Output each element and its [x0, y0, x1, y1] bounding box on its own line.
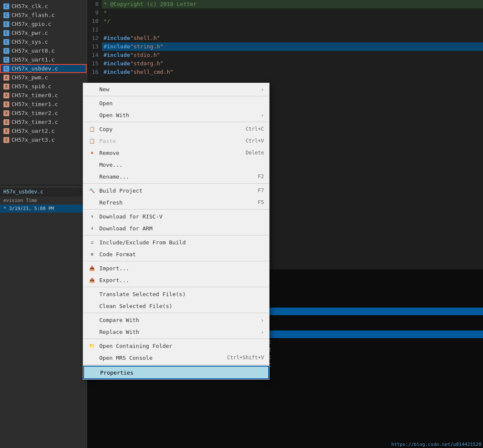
file-label: CH57x_flash.c	[11, 12, 55, 18]
code-line: 8 * @Copyright (c) 2018 Letter	[87, 0, 483, 8]
console-url[interactable]: https://blog.csdn.net/u014421520	[391, 442, 481, 447]
file-item[interactable]: XCH57x_uart2.c	[0, 126, 87, 135]
file-item[interactable]: XCH57x_timer2.c	[0, 109, 87, 118]
file-label: CH57x_timer0.c	[11, 92, 58, 98]
file-label: CH57x_timer1.c	[11, 101, 58, 107]
file-item[interactable]: XCH57x_pwm.c	[0, 73, 87, 82]
menu-item-label: Build Project	[99, 188, 250, 194]
context-menu: New›OpenOpen With›📋CopyCtrl+C📋PasteCtrl+…	[83, 83, 270, 380]
history-entry[interactable]: * 3/19/21, 5:08 PM	[0, 204, 87, 213]
line-number: 8	[87, 0, 102, 8]
file-icon: C	[3, 48, 9, 54]
menu-item-label: Compare With	[99, 317, 257, 323]
history-revision-label: evision Time	[0, 196, 87, 204]
file-item[interactable]: CCH57x_uart0.c	[0, 46, 87, 55]
menu-item-shortcut: F7	[258, 188, 264, 193]
file-item[interactable]: CCH57x_sys.c	[0, 37, 87, 46]
file-item[interactable]: XCH57x_timer0.c	[0, 91, 87, 100]
menu-item-import[interactable]: 📥Import...	[83, 262, 269, 274]
menu-item-icon	[88, 316, 96, 324]
file-item[interactable]: CCH57x_pwr.c	[0, 28, 87, 37]
line-content: *	[102, 8, 483, 17]
line-number: 9	[87, 8, 102, 17]
menu-separator	[83, 235, 269, 235]
menu-item-icon: ⬇	[88, 213, 96, 220]
line-content: #include"stdio.h"	[102, 51, 483, 59]
line-number: 16	[87, 68, 102, 76]
menu-item-label: Download for ARM	[99, 225, 264, 232]
menu-item-build[interactable]: 🔨Build ProjectF7	[83, 185, 269, 196]
menu-item-download-riscv[interactable]: ⬇Download for RISC-V	[83, 210, 269, 222]
menu-item-replace-with[interactable]: Replace With›	[83, 326, 269, 338]
code-line: 15#include"stdarg.h"	[87, 59, 483, 68]
file-label: CH57x_spi0.c	[11, 83, 51, 90]
menu-item-compare-with[interactable]: Compare With›	[83, 314, 269, 326]
menu-item-label: Clean Selected File(s)	[99, 303, 264, 309]
menu-item-label: Properties	[100, 370, 263, 376]
menu-item-label: Include/Exclude From Build	[99, 239, 264, 246]
menu-item-label: New	[99, 86, 257, 92]
file-item[interactable]: XCH57x_timer3.c	[0, 118, 87, 126]
menu-item-copy[interactable]: 📋CopyCtrl+C	[83, 123, 269, 135]
file-item[interactable]: XCH57x_timer1.c	[0, 100, 87, 109]
line-number: 10	[87, 17, 102, 25]
file-item[interactable]: CCH57x_gpio.c	[0, 20, 87, 28]
menu-item-shortcut: F5	[258, 199, 264, 205]
menu-item-open-folder[interactable]: 📁Open Containing Folder	[83, 340, 269, 352]
file-item[interactable]: CCH57x_usbdev.c	[0, 64, 87, 73]
menu-item-rename[interactable]: Rename...F2	[83, 171, 269, 182]
menu-item-shortcut: Ctrl+Shift+V	[227, 355, 264, 361]
file-icon: X	[3, 137, 9, 143]
menu-item-shortcut: Ctrl+C	[246, 126, 264, 132]
menu-item-new[interactable]: New›	[83, 83, 269, 95]
menu-item-code-format[interactable]: ≡Code Format	[83, 248, 269, 260]
code-line: 16#include"shell_cmd.h"	[87, 68, 483, 76]
menu-item-translate[interactable]: Translate Selected File(s)	[83, 288, 269, 300]
menu-item-arrow: ›	[261, 317, 264, 323]
line-content: #include"shell_cmd.h"	[102, 68, 483, 76]
sidebar: CCH57x_clk.cCCH57x_flash.cCCH57x_gpio.cC…	[0, 0, 87, 448]
menu-item-clean[interactable]: Clean Selected File(s)	[83, 300, 269, 312]
file-item[interactable]: XCH57x_uart3.c	[0, 135, 87, 144]
menu-item-move[interactable]: Move...	[83, 159, 269, 171]
file-icon: C	[3, 57, 9, 63]
menu-item-refresh[interactable]: RefreshF5	[83, 196, 269, 208]
menu-item-icon: 📁	[88, 342, 96, 350]
file-icon: X	[3, 119, 9, 125]
menu-item-icon: 🔨	[88, 187, 96, 194]
menu-item-label: Code Format	[99, 251, 264, 258]
menu-item-remove[interactable]: ✖RemoveDelete	[83, 147, 269, 159]
file-icon: X	[3, 84, 9, 90]
file-item[interactable]: XCH57x_spi0.c	[0, 82, 87, 91]
file-icon: X	[3, 92, 9, 98]
menu-separator	[83, 313, 269, 313]
file-icon: X	[3, 75, 9, 81]
menu-item-properties[interactable]: Properties	[83, 366, 269, 379]
file-item[interactable]: CCH57x_clk.c	[0, 2, 87, 11]
file-label: CH57x_sys.c	[11, 39, 48, 45]
code-line: 12#include"shell.h"	[87, 34, 483, 42]
menu-item-icon	[88, 199, 96, 206]
menu-separator	[83, 96, 269, 96]
file-icon: C	[3, 66, 9, 72]
menu-item-open[interactable]: Open	[83, 97, 269, 109]
menu-item-label: Export...	[99, 277, 264, 283]
file-item[interactable]: CCH57x_flash.c	[0, 11, 87, 20]
menu-item-label: Translate Selected File(s)	[99, 291, 264, 297]
file-item[interactable]: CCH57x_uart1.c	[0, 55, 87, 64]
file-icon: C	[3, 21, 9, 27]
menu-item-download-arm[interactable]: ⬇Download for ARM	[83, 222, 269, 234]
menu-item-export[interactable]: 📤Export...	[83, 274, 269, 286]
menu-item-include-exclude[interactable]: ☑Include/Exclude From Build	[83, 236, 269, 248]
file-icon: C	[3, 12, 9, 18]
file-label: CH57x_pwm.c	[11, 74, 48, 81]
menu-item-open-mrs[interactable]: Open MRS ConsoleCtrl+Shift+V	[83, 352, 269, 364]
menu-item-open-with[interactable]: Open With›	[83, 109, 269, 121]
file-list: CCH57x_clk.cCCH57x_flash.cCCH57x_gpio.cC…	[0, 0, 87, 146]
menu-separator	[83, 287, 269, 287]
menu-item-icon: ≡	[88, 250, 96, 258]
file-label: CH57x_uart3.c	[11, 137, 55, 143]
line-content: #include"stdarg.h"	[102, 59, 483, 68]
menu-item-label: Move...	[99, 162, 264, 168]
menu-item-icon	[89, 369, 97, 376]
